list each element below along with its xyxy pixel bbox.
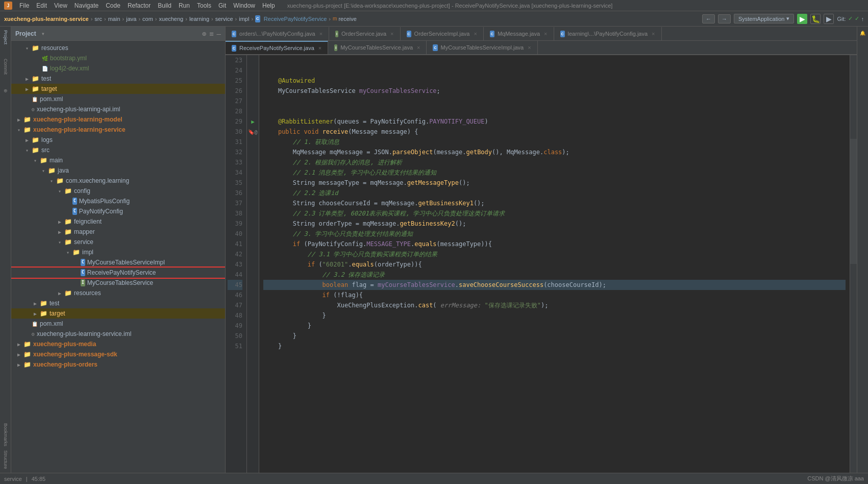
tab-close-icon[interactable]: × — [319, 31, 323, 37]
tab-close-icon[interactable]: × — [544, 31, 547, 37]
tree-mycourse-impl[interactable]: C MyCourseTablesServiceImpl — [11, 257, 225, 268]
breadcrumb-src[interactable]: src — [94, 16, 102, 22]
git-update-icon[interactable]: ↑ — [861, 16, 864, 22]
code-editor[interactable]: @Autowired MyCourseTablesService myCours… — [259, 55, 850, 473]
project-icon[interactable]: Project — [2, 29, 9, 46]
notifications-icon[interactable]: 🔔 — [859, 29, 866, 37]
menu-tools[interactable]: Tools — [194, 1, 214, 10]
git-push-icon[interactable]: ✓ — [855, 15, 859, 22]
tree-logs-folder[interactable]: ▶ 📁 logs — [11, 135, 225, 145]
run-button[interactable]: ▶ — [797, 14, 807, 24]
tab-mq-message[interactable]: C MqMessage.java × — [484, 27, 554, 40]
code-line-49: } — [263, 321, 846, 331]
window-title: xuecheng-plus-project [E:\idea-workspace… — [287, 3, 613, 9]
menu-run[interactable]: Run — [176, 1, 193, 10]
breadcrumb-method[interactable]: receive — [338, 16, 356, 22]
panel-collapse-icon[interactable]: — — [217, 30, 221, 38]
tab-close-icon[interactable]: × — [474, 31, 477, 37]
tree-pom-xml[interactable]: 📋 pom.xml — [11, 94, 225, 104]
breadcrumb-impl[interactable]: impl — [239, 16, 249, 22]
tree-mybatis-config[interactable]: C MybatisPlusConfig — [11, 196, 225, 206]
git-tool-icon[interactable]: ⊕ — [2, 87, 9, 94]
breadcrumb-module[interactable]: xuecheng-plus-learning-service — [4, 16, 89, 22]
tab-order-service[interactable]: I OrderService.java × — [329, 27, 400, 40]
tab-close-icon[interactable]: × — [417, 44, 420, 51]
tree-message-sdk[interactable]: ▶ 📁 xuecheng-plus-message-sdk — [11, 349, 225, 359]
tree-config-folder[interactable]: ▾ 📁 config — [11, 186, 225, 196]
debug-gutter-icon[interactable]: @ — [254, 129, 257, 135]
menu-edit[interactable]: Edit — [33, 1, 50, 10]
toolbar: xuecheng-plus-learning-service › src › m… — [0, 11, 868, 27]
folder-icon: 📁 — [32, 44, 39, 52]
tree-test2-folder[interactable]: ▶ 📁 test — [11, 298, 225, 308]
tab-mycourse-service[interactable]: I MyCourseTablesService.java × — [328, 41, 427, 54]
structure-icon[interactable]: Structure — [2, 449, 9, 471]
menu-refactor[interactable]: Refactor — [125, 1, 154, 10]
tree-package-folder[interactable]: ▾ 📁 com.xuecheng.learning — [11, 176, 225, 186]
bookmarks-icon[interactable]: Bookmarks — [2, 422, 9, 448]
breadcrumb-service[interactable]: service — [215, 16, 233, 22]
run-gutter-icon[interactable]: ▶ — [251, 118, 255, 125]
tree-media-module[interactable]: ▶ 📁 xuecheng-plus-media — [11, 339, 225, 349]
menu-code[interactable]: Code — [103, 1, 123, 10]
panel-layout-icon[interactable]: ≡ — [209, 30, 213, 38]
tree-log4j2-xml[interactable]: 📄 log4j2-dev.xml — [11, 63, 225, 74]
tree-pom2-xml[interactable]: 📋 pom.xml — [11, 319, 225, 329]
tree-iml-api[interactable]: ⚙ xuecheng-plus-learning-api.iml — [11, 104, 225, 114]
tree-src-folder[interactable]: ▾ 📁 src — [11, 145, 225, 155]
panel-dropdown-icon[interactable]: ▾ — [41, 30, 45, 37]
commit-icon[interactable]: Commit — [2, 57, 9, 76]
git-commit-icon[interactable]: ✓ — [848, 15, 853, 22]
menu-view[interactable]: View — [51, 1, 70, 10]
tab-order-service-impl[interactable]: C OrderServiceImpl.java × — [401, 27, 484, 40]
tab-receive-pay-notify[interactable]: C ReceivePayNotifyService.java × — [226, 41, 328, 54]
run-config-dropdown[interactable]: SystemApplication ▾ — [734, 14, 795, 23]
panel-settings-icon[interactable]: ⊕ — [202, 30, 206, 38]
menu-git[interactable]: Git — [215, 1, 229, 10]
tree-mapper-folder[interactable]: ▶ 📁 mapper — [11, 227, 225, 237]
tree-iml2[interactable]: ⚙ xuecheng-plus-learning-service.iml — [11, 329, 225, 339]
tab-close-icon[interactable]: × — [528, 44, 531, 51]
tree-orders-module[interactable]: ▶ 📁 xuecheng-plus-orders — [11, 359, 225, 370]
tree-resources2-folder[interactable]: ▶ 📁 resources — [11, 288, 225, 298]
tree-target-folder[interactable]: ▶ 📁 target — [11, 84, 225, 94]
breadcrumb-learning[interactable]: learning — [189, 16, 209, 22]
tree-java-folder[interactable]: ▾ 📁 java — [11, 165, 225, 176]
tree-resources-folder[interactable]: ▾ 📁 resources — [11, 43, 225, 53]
bookmark-gutter-icon[interactable]: 🔖 — [248, 129, 254, 135]
tab-pay-notify-config-learning[interactable]: C learning\...\PayNotifyConfig.java × — [554, 27, 662, 40]
tree-main-folder[interactable]: ▾ 📁 main — [11, 155, 225, 165]
breadcrumb-com[interactable]: com — [142, 16, 153, 22]
breadcrumb-main[interactable]: main — [108, 16, 120, 22]
tree-service-folder[interactable]: ▾ 📁 service — [11, 237, 225, 247]
breadcrumb-java[interactable]: java — [126, 16, 136, 22]
breadcrumb-class[interactable]: ReceivePayNotifyService — [264, 16, 327, 22]
tree-test-folder[interactable]: ▶ 📁 test — [11, 74, 225, 84]
menu-navigate[interactable]: Navigate — [71, 1, 102, 10]
tab-close-icon[interactable]: × — [390, 31, 393, 37]
tree-pay-notify-config[interactable]: C PayNotifyConfig — [11, 206, 225, 216]
navigate-forward-btn[interactable]: → — [718, 14, 731, 23]
tree-receive-service[interactable]: C ReceivePayNotifyService — [11, 268, 225, 278]
breadcrumb-xuecheng[interactable]: xuecheng — [159, 16, 184, 22]
navigate-back-btn[interactable]: ← — [702, 14, 715, 23]
tree-item-label: pom.xml — [40, 320, 63, 327]
tree-bootstrap-yml[interactable]: 🌿 bootstrap.yml — [11, 53, 225, 63]
menu-window[interactable]: Window — [230, 1, 258, 10]
minimap-scrollbar[interactable] — [850, 55, 857, 473]
tab-close-icon[interactable]: × — [652, 31, 655, 37]
coverage-button[interactable]: ▶ — [824, 14, 834, 24]
tab-mycourse-impl[interactable]: C MyCourseTablesServiceImpl.java × — [427, 41, 537, 54]
tree-feign-folder[interactable]: ▶ 📁 feignclient — [11, 216, 225, 227]
menu-build[interactable]: Build — [155, 1, 175, 10]
tree-impl-folder[interactable]: ▾ 📁 impl — [11, 247, 225, 257]
tab-pay-notify-config-orders[interactable]: C orders\...\PayNotifyConfig.java × — [226, 27, 329, 40]
menu-file[interactable]: File — [16, 1, 32, 10]
debug-button[interactable]: 🐛 — [810, 14, 821, 24]
tab-close-icon[interactable]: × — [318, 45, 321, 51]
tree-mycourse-service[interactable]: I MyCourseTablesService — [11, 278, 225, 288]
tree-learning-model[interactable]: ▶ 📁 xuecheng-plus-learning-model — [11, 114, 225, 125]
menu-help[interactable]: Help — [259, 1, 278, 10]
tree-target2-folder[interactable]: ▶ 📁 target — [11, 308, 225, 319]
tree-learning-service[interactable]: ▾ 📁 xuecheng-plus-learning-service — [11, 125, 225, 135]
